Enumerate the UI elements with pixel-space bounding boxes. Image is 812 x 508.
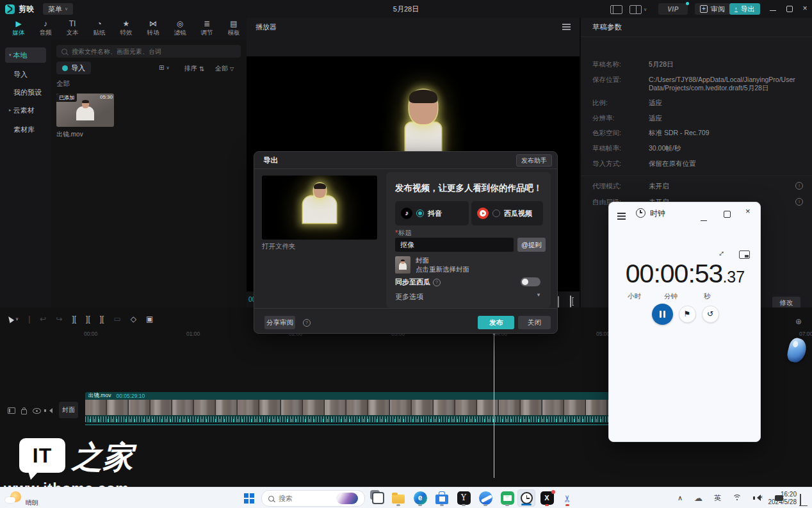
radio-selected[interactable] — [416, 209, 424, 217]
microsoft-store-button[interactable] — [433, 489, 451, 507]
tab-adjust[interactable]: ≣调节 — [193, 18, 220, 40]
tray-clock[interactable]: 16:20 2024/5/28 — [767, 491, 797, 506]
zoom-in-icon[interactable]: ⊕ — [795, 317, 802, 326]
volume-muted-icon[interactable]: × — [753, 495, 763, 502]
mask-icon[interactable]: ◇ — [131, 315, 136, 324]
sort-button[interactable]: 排序⇅ — [184, 64, 204, 73]
redo-icon[interactable]: ↪ — [56, 315, 62, 324]
search-input[interactable] — [70, 47, 220, 56]
chevron-down-icon[interactable]: ▼ — [536, 292, 541, 298]
sync-toggle[interactable] — [521, 277, 540, 286]
sidebar-item-presets[interactable]: 我的预设 — [5, 85, 46, 100]
mention-button[interactable]: @提到 — [517, 238, 546, 252]
hamburger-menu-icon[interactable] — [617, 211, 626, 222]
lock-icon[interactable] — [21, 409, 27, 414]
edge-browser-button[interactable]: e — [411, 489, 429, 507]
maximize-button[interactable] — [724, 209, 731, 220]
lap-flag-button[interactable]: ⚑ — [679, 306, 696, 323]
filter-button[interactable]: 全部▽ — [215, 64, 234, 73]
sidebar-item-import[interactable]: 导入 — [5, 67, 46, 82]
tab-effects[interactable]: ★特效 — [113, 18, 140, 40]
snipping-app-button[interactable]: ✂ — [558, 489, 576, 507]
fullscreen-icon[interactable] — [570, 296, 571, 307]
share-review-button[interactable]: 分享审阅 — [264, 316, 295, 329]
task-view-button[interactable] — [369, 489, 387, 507]
open-folder-link[interactable]: 打开文件夹 — [262, 242, 296, 251]
timeline-clip[interactable]: 出镜.mov 00:05:29:10 — [85, 392, 647, 423]
split-icon[interactable]: ][ — [72, 315, 76, 324]
maximize-button[interactable] — [781, 5, 798, 14]
taskbar-search[interactable] — [261, 490, 365, 507]
platform-xigua[interactable]: 西瓜视频 — [471, 201, 543, 225]
notification-bell-icon[interactable] — [800, 494, 801, 505]
export-video-preview[interactable] — [262, 176, 377, 240]
more-options[interactable]: 更多选项 — [395, 292, 423, 302]
radio-unselected[interactable] — [492, 209, 500, 217]
close-dialog-button[interactable]: 关闭 — [518, 316, 551, 329]
minimize-button[interactable] — [765, 4, 781, 13]
onedrive-cloud-icon[interactable]: ☁ — [694, 493, 702, 503]
menu-button[interactable]: 菜单 ∨ — [43, 3, 73, 15]
expand-icon[interactable]: ↕ — [717, 248, 727, 258]
tab-text[interactable]: TI文本 — [59, 18, 86, 40]
tray-chevron-icon[interactable]: ∧ — [678, 494, 683, 502]
info-icon[interactable]: i — [795, 198, 803, 206]
media-search[interactable] — [56, 45, 241, 58]
cover-button[interactable]: 封面 — [59, 402, 78, 418]
publish-button[interactable]: 发布 — [478, 316, 514, 329]
tab-audio[interactable]: ♪音频 — [32, 18, 59, 40]
visibility-icon[interactable] — [33, 408, 41, 414]
file-explorer-button[interactable] — [389, 489, 407, 507]
close-button[interactable]: × — [797, 4, 812, 13]
help-icon[interactable]: ? — [303, 319, 311, 327]
pause-button[interactable] — [652, 304, 673, 325]
chroma-key-icon[interactable]: ▣ — [146, 315, 153, 324]
export-button[interactable]: ↑ 导出 — [729, 3, 760, 15]
split-left-icon[interactable]: ][ — [86, 315, 90, 324]
tab-template[interactable]: ▤模板 — [220, 18, 247, 40]
minimize-button[interactable] — [701, 212, 707, 224]
tab-sticker[interactable]: ◔贴纸 — [86, 18, 113, 40]
vip-badge[interactable]: VIP — [658, 3, 688, 15]
jianying-app-button[interactable]: X — [538, 489, 556, 507]
split-right-icon[interactable]: ][ — [100, 315, 104, 324]
aspect-ratio-icon[interactable] — [558, 297, 559, 308]
playhead-line[interactable] — [494, 331, 494, 478]
app-icon-blue[interactable] — [476, 489, 494, 507]
wifi-icon[interactable] — [733, 495, 742, 502]
ime-indicator[interactable]: 英 — [714, 493, 721, 503]
delete-icon[interactable]: ▭ — [113, 315, 120, 324]
sidebar-item-cloud[interactable]: ▸云素材 — [5, 102, 46, 118]
select-tool[interactable]: ∨ — [8, 316, 19, 322]
start-button[interactable] — [240, 489, 258, 507]
weather-text[interactable]: 晴朗 — [26, 498, 38, 507]
tab-media[interactable]: ▶媒体 — [5, 18, 32, 40]
sidebar-item-library[interactable]: 素材库 — [5, 122, 46, 137]
import-button[interactable]: 导入 — [56, 61, 91, 74]
undo-icon[interactable]: ↩ — [40, 315, 46, 324]
main-track-icon[interactable] — [8, 407, 15, 414]
info-icon[interactable]: i — [795, 182, 803, 190]
tab-transition[interactable]: ⋈转场 — [140, 18, 166, 40]
weather-icon[interactable] — [10, 491, 21, 502]
review-button[interactable]: + 审阅 — [695, 3, 730, 15]
player-menu-icon[interactable] — [562, 24, 571, 25]
cover-hint[interactable]: 点击重新选择封面 — [416, 265, 469, 274]
mail-app-button[interactable] — [498, 489, 516, 507]
sidebar-item-local[interactable]: ▾本地 — [5, 47, 46, 63]
help-icon[interactable]: ? — [433, 279, 441, 286]
media-clip-thumbnail[interactable]: 已添加 05:30 — [56, 94, 114, 127]
clock-app-button[interactable] — [517, 489, 535, 507]
cover-thumbnail[interactable] — [395, 256, 410, 274]
mute-icon[interactable] — [47, 408, 53, 413]
title-input[interactable] — [395, 238, 514, 252]
reset-button[interactable]: ↺ — [702, 306, 719, 323]
platform-douyin[interactable]: ♪ 抖音 — [395, 201, 469, 225]
layout-columns-icon[interactable]: ∨ — [629, 5, 647, 14]
app-icon-dark[interactable]: Y — [455, 489, 473, 507]
view-mode-toggle[interactable]: ⊞∨ — [159, 64, 170, 71]
tab-filter[interactable]: ◎滤镜 — [166, 18, 193, 40]
layout-panel-icon[interactable] — [610, 5, 622, 17]
taskbar-search-input[interactable] — [277, 494, 335, 503]
publish-assistant-button[interactable]: 发布助手 — [516, 154, 552, 167]
